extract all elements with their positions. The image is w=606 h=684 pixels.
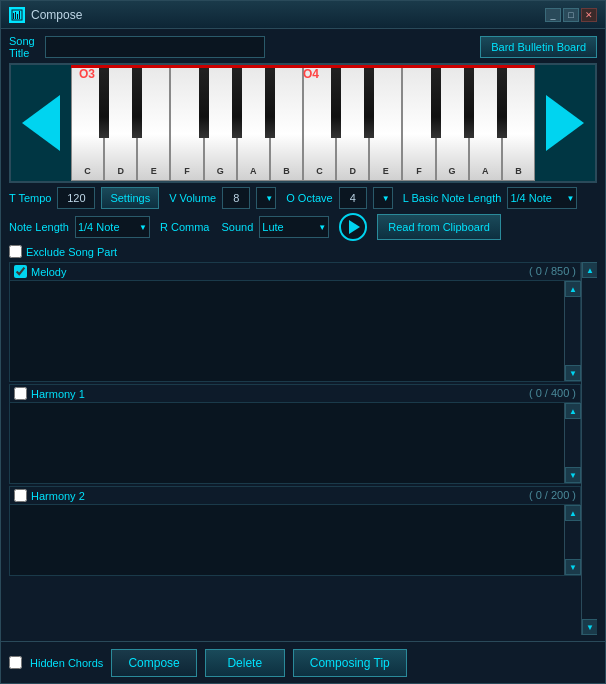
song-title-label-line1: Song: [9, 35, 35, 47]
svg-rect-3: [17, 14, 18, 19]
play-button[interactable]: [339, 213, 367, 241]
piano-left-arrow[interactable]: [11, 65, 71, 181]
settings-button[interactable]: Settings: [101, 187, 159, 209]
melody-counter: ( 0 / 850 ): [529, 265, 576, 277]
exclude-song-part-label: Exclude Song Part: [26, 246, 117, 258]
black-key-ds4[interactable]: [364, 68, 374, 138]
melody-content: ▲ ▼: [10, 281, 580, 381]
note-length-label: Note Length: [9, 221, 69, 233]
main-window: Compose _ □ ✕ Song Title Bard Bulletin B…: [0, 0, 606, 684]
volume-select[interactable]: [256, 187, 276, 209]
bottom-bar: Hidden Chords Compose Delete Composing T…: [1, 641, 605, 683]
octave-label: O Octave: [286, 192, 332, 204]
octave-select[interactable]: [373, 187, 393, 209]
composing-tip-button[interactable]: Composing Tip: [293, 649, 407, 677]
black-key-fs4[interactable]: [431, 68, 441, 138]
black-key-ds3[interactable]: [132, 68, 142, 138]
piano-right-arrow[interactable]: [535, 65, 595, 181]
exclude-song-part-checkbox[interactable]: [9, 245, 22, 258]
piano-keys-area: O3 O4 C D E F G A B C D E: [71, 65, 535, 181]
melody-scrollbar: ▲ ▼: [564, 281, 580, 381]
note-length-select[interactable]: 1/4 Note: [75, 216, 150, 238]
close-button[interactable]: ✕: [581, 8, 597, 22]
harmony2-scroll-up[interactable]: ▲: [565, 505, 581, 521]
black-key-fs3[interactable]: [199, 68, 209, 138]
main-scroll-track: [582, 278, 597, 619]
tracks-area: ▲ ▼ Melody ( 0 / 850 ) ▲: [9, 262, 597, 635]
bard-bulletin-button[interactable]: Bard Bulletin Board: [480, 36, 597, 58]
main-scroll-down[interactable]: ▼: [582, 619, 597, 635]
note-length-select-wrapper: 1/4 Note: [75, 216, 150, 238]
harmony2-scrollbar: ▲ ▼: [564, 505, 580, 575]
tracks-inner: Melody ( 0 / 850 ) ▲ ▼: [9, 262, 581, 635]
harmony2-track-header: Harmony 2 ( 0 / 200 ): [10, 487, 580, 505]
black-key-as3[interactable]: [265, 68, 275, 138]
harmony2-content: ▲ ▼: [10, 505, 580, 575]
controls-row-1: T Tempo Settings V Volume O Octave L Bas…: [9, 187, 597, 209]
minimize-button[interactable]: _: [545, 8, 561, 22]
harmony1-scroll-track: [565, 419, 580, 467]
hidden-chords-checkbox[interactable]: [9, 656, 22, 669]
window-controls: _ □ ✕: [545, 8, 597, 22]
svg-rect-2: [15, 12, 16, 19]
black-key-as4[interactable]: [497, 68, 507, 138]
harmony1-content: ▲ ▼: [10, 403, 580, 483]
black-key-cs3[interactable]: [99, 68, 109, 138]
harmony2-scroll-track: [565, 521, 580, 559]
harmony1-track-header: Harmony 1 ( 0 / 400 ): [10, 385, 580, 403]
main-scrollbar: ▲ ▼: [581, 262, 597, 635]
window-title: Compose: [31, 8, 545, 22]
svg-rect-4: [19, 11, 20, 19]
octave-input[interactable]: [339, 187, 367, 209]
maximize-button[interactable]: □: [563, 8, 579, 22]
melody-checkbox[interactable]: [14, 265, 27, 278]
harmony2-label: Harmony 2: [31, 490, 85, 502]
song-title-label-line2: Title: [9, 47, 29, 59]
black-key-cs4[interactable]: [331, 68, 341, 138]
melody-scroll-down[interactable]: ▼: [565, 365, 581, 381]
black-key-gs4[interactable]: [464, 68, 474, 138]
harmony1-track: Harmony 1 ( 0 / 400 ) ▲ ▼: [9, 384, 581, 484]
song-title-row: Song Title Bard Bulletin Board: [9, 35, 597, 59]
volume-input[interactable]: [222, 187, 250, 209]
clipboard-button[interactable]: Read from Clipboard: [377, 214, 501, 240]
sound-select[interactable]: Lute: [259, 216, 329, 238]
basic-note-select[interactable]: 1/4 Note: [507, 187, 577, 209]
melody-scroll-up[interactable]: ▲: [565, 281, 581, 297]
play-icon: [349, 220, 360, 234]
harmony1-scroll-up[interactable]: ▲: [565, 403, 581, 419]
tempo-label: T Tempo: [9, 192, 51, 204]
melody-track: Melody ( 0 / 850 ) ▲ ▼: [9, 262, 581, 382]
black-key-gs3[interactable]: [232, 68, 242, 138]
controls-row-2: Note Length 1/4 Note R Comma Sound Lute …: [9, 213, 597, 241]
tempo-input[interactable]: [57, 187, 95, 209]
harmony1-scroll-down[interactable]: ▼: [565, 467, 581, 483]
volume-label: V Volume: [169, 192, 216, 204]
compose-button[interactable]: Compose: [111, 649, 196, 677]
sound-select-wrapper: Lute: [259, 216, 329, 238]
harmony2-checkbox[interactable]: [14, 489, 27, 502]
harmony1-counter: ( 0 / 400 ): [529, 387, 576, 399]
right-arrow-icon: [546, 95, 584, 151]
harmony1-scrollbar: ▲ ▼: [564, 403, 580, 483]
song-title-input[interactable]: [45, 36, 265, 58]
harmony2-scroll-down[interactable]: ▼: [565, 559, 581, 575]
harmony1-checkbox[interactable]: [14, 387, 27, 400]
basic-note-select-wrapper: 1/4 Note: [507, 187, 577, 209]
melody-scroll-track: [565, 297, 580, 365]
svg-rect-1: [13, 13, 14, 19]
title-bar: Compose _ □ ✕: [1, 1, 605, 29]
left-arrow-icon: [22, 95, 60, 151]
main-scroll-up[interactable]: ▲: [582, 262, 597, 278]
content-area: Song Title Bard Bulletin Board O3 O4: [1, 29, 605, 641]
melody-track-header: Melody ( 0 / 850 ): [10, 263, 580, 281]
melody-label: Melody: [31, 266, 66, 278]
exclude-song-part-row: Exclude Song Part: [9, 245, 597, 258]
sound-label: Sound: [221, 221, 253, 233]
volume-select-wrapper: [256, 187, 276, 209]
r-comma-label: R Comma: [160, 221, 210, 233]
harmony2-track: Harmony 2 ( 0 / 200 ) ▲ ▼: [9, 486, 581, 576]
delete-button[interactable]: Delete: [205, 649, 285, 677]
harmony1-label: Harmony 1: [31, 388, 85, 400]
octave-select-wrapper: [373, 187, 393, 209]
